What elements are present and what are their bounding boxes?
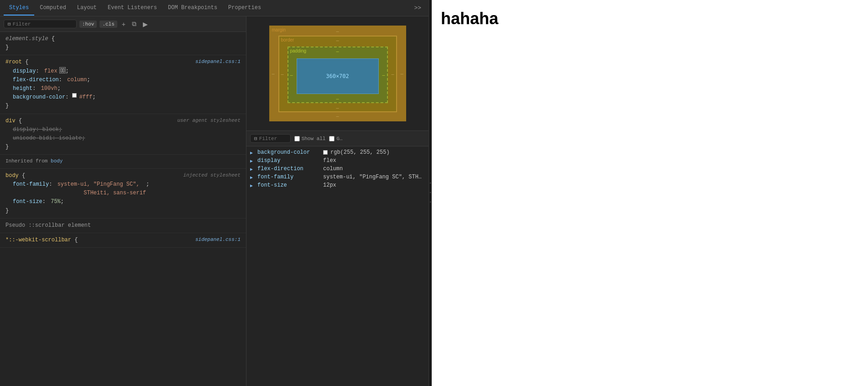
div-selector: div { user agent stylesheet xyxy=(5,117,241,125)
prop-value-flex-direction: column xyxy=(67,76,87,84)
copy-style-button[interactable]: ⧉ xyxy=(130,19,138,29)
css-prop-font-family: font-family : system-ui, "PingFang SC", … xyxy=(13,180,241,198)
root-selector: #root { sidepanel.css:1 xyxy=(5,58,241,67)
computed-value-bg-color: rgb(255, 255, 255) xyxy=(323,149,390,156)
prop-display-block-strikethrough: display: block; xyxy=(13,125,62,134)
computed-name-bg-color: background-color xyxy=(257,149,321,156)
margin-label: margin xyxy=(272,27,286,32)
tab-dom-breakpoints[interactable]: DOM Breakpoints xyxy=(162,1,223,16)
prop-unicode-bidi-strikethrough: unicode-bidi: isolate; xyxy=(13,134,85,143)
body-body: font-family : system-ui, "PingFang SC", … xyxy=(5,180,241,207)
prop-name-display: display xyxy=(13,67,36,76)
user-agent-label: user agent stylesheet xyxy=(177,117,241,125)
margin-right-val: – xyxy=(400,71,403,76)
border-bottom-val: – xyxy=(336,105,339,110)
page-title: hahaha xyxy=(441,9,859,28)
tabs-bar: Styles Computed Layout Event Listeners D… xyxy=(0,0,429,16)
styles-filter-input[interactable] xyxy=(13,21,49,27)
element-style-close: } xyxy=(5,43,241,52)
computed-name-flex-direction: flex-direction xyxy=(257,166,321,172)
tab-properties[interactable]: Properties xyxy=(223,1,267,16)
margin-bottom-val: – xyxy=(336,113,339,119)
page-preview: hahaha xyxy=(432,0,868,386)
computed-item-flex-direction: ▶ flex-direction column xyxy=(246,165,429,173)
body-link[interactable]: body xyxy=(51,158,63,164)
computed-value-font-family: system-ui, "PingFang SC", STH… xyxy=(323,174,422,180)
prop-value-font-size: 75% xyxy=(51,198,61,206)
tab-more[interactable]: >> xyxy=(410,3,425,13)
root-close: } xyxy=(5,102,241,110)
css-prop-display: display : flex ; xyxy=(13,67,241,76)
hov-button[interactable]: :hov xyxy=(79,21,97,28)
element-style-selector: element.style { xyxy=(5,35,241,43)
body-rule: body { injected stylesheet font-family :… xyxy=(0,169,246,219)
show-all-label: Show all xyxy=(302,136,326,141)
bg-color-swatch[interactable] xyxy=(72,93,77,98)
styles-content: element.style { } #root { sidepanel.css:… xyxy=(0,32,246,386)
pseudo-scrollbar-section: Pseudo ::scrollbar element xyxy=(0,219,246,233)
css-prop-flex-direction: flex-direction : column ; xyxy=(13,76,241,84)
tab-styles[interactable]: Styles xyxy=(4,1,34,16)
prop-name-font-size: font-size xyxy=(13,198,42,206)
expand-font-size[interactable]: ▶ xyxy=(250,183,256,188)
expand-flex-direction[interactable]: ▶ xyxy=(250,167,256,172)
right-pane: margin – – – – border – – – – xyxy=(246,16,429,386)
computed-list: ▶ background-color rgb(255, 255, 255) ▶ … xyxy=(246,146,429,386)
computed-filter-input[interactable] xyxy=(259,136,287,141)
expand-display[interactable]: ▶ xyxy=(250,158,256,164)
svg-rect-0 xyxy=(61,68,62,72)
computed-item-display: ▶ display flex xyxy=(246,156,429,165)
computed-item-font-size: ▶ font-size 12px xyxy=(246,181,429,189)
expand-bg-color[interactable]: ▶ xyxy=(250,150,256,156)
tab-computed[interactable]: Computed xyxy=(34,1,72,16)
prop-name-flex-direction: flex-direction xyxy=(13,76,59,84)
prop-value-font-family: system-ui, "PingFang SC", STHeiti, sans-… xyxy=(58,180,146,198)
box-content-layer: 360×702 xyxy=(297,58,379,94)
padding-bottom-val: – xyxy=(336,96,339,101)
devtools-panel: Styles Computed Layout Event Listeners D… xyxy=(0,0,429,386)
box-model-visual: margin – – – – border – – – – xyxy=(269,26,406,121)
computed-value-font-size: 12px xyxy=(323,182,336,188)
cls-button[interactable]: .cls xyxy=(99,21,117,28)
padding-right-val: – xyxy=(382,72,385,78)
root-rule: #root { sidepanel.css:1 display : flex xyxy=(0,55,246,114)
body-selector: body { injected stylesheet xyxy=(5,172,241,180)
show-all-checkbox-label[interactable]: Show all xyxy=(294,136,326,141)
margin-left-val: – xyxy=(272,71,275,76)
computed-value-flex-direction: column xyxy=(323,166,343,172)
bg-color-computed-swatch[interactable] xyxy=(323,150,328,155)
computed-item-bg-color: ▶ background-color rgb(255, 255, 255) xyxy=(246,148,429,156)
root-source[interactable]: sidepanel.css:1 xyxy=(195,58,241,66)
styles-filter-input-wrap: ⊟ xyxy=(4,20,77,28)
scrollbar-selector: *::-webkit-scrollbar { sidepanel.css:1 xyxy=(5,236,241,245)
div-rule: div { user agent stylesheet display: blo… xyxy=(0,114,246,155)
g-label: G… xyxy=(336,136,342,141)
box-size: 360×702 xyxy=(326,73,349,79)
devtools-body: ⊟ :hov .cls + ⧉ ▶ element.style { } xyxy=(0,16,429,386)
scrollbar-source[interactable]: sidepanel.css:1 xyxy=(195,236,241,244)
css-prop-font-size: font-size : 75% ; xyxy=(13,198,241,206)
css-prop-bg-color: background-color : #fff ; xyxy=(13,93,241,102)
prop-value-bg-color: #fff xyxy=(79,93,93,102)
css-prop-display-block: display: block; xyxy=(13,125,241,134)
prop-value-height: 100vh xyxy=(41,84,58,93)
g-checkbox[interactable] xyxy=(329,136,335,141)
prop-name-font-family: font-family xyxy=(13,180,49,198)
computed-filter-bar: ⊟ Show all G… xyxy=(246,131,429,146)
g-checkbox-label[interactable]: G… xyxy=(329,136,342,141)
show-all-checkbox[interactable] xyxy=(294,136,300,141)
div-close: } xyxy=(5,143,241,151)
computed-name-font-size: font-size xyxy=(257,182,321,188)
border-left-val: – xyxy=(281,71,284,77)
tab-event-listeners[interactable]: Event Listeners xyxy=(102,1,162,16)
expand-font-family[interactable]: ▶ xyxy=(250,175,256,180)
add-style-button[interactable]: + xyxy=(120,20,127,29)
div-body: display: block; unicode-bidi: isolate; xyxy=(5,125,241,143)
flex-icon[interactable] xyxy=(59,67,66,73)
border-top-val: – xyxy=(336,37,339,43)
tab-layout[interactable]: Layout xyxy=(72,1,102,16)
border-label: border xyxy=(281,37,294,42)
toggle-style-button[interactable]: ▶ xyxy=(141,20,150,29)
prop-name-bg-color: background-color xyxy=(13,93,65,102)
computed-item-font-family: ▶ font-family system-ui, "PingFang SC", … xyxy=(246,173,429,181)
